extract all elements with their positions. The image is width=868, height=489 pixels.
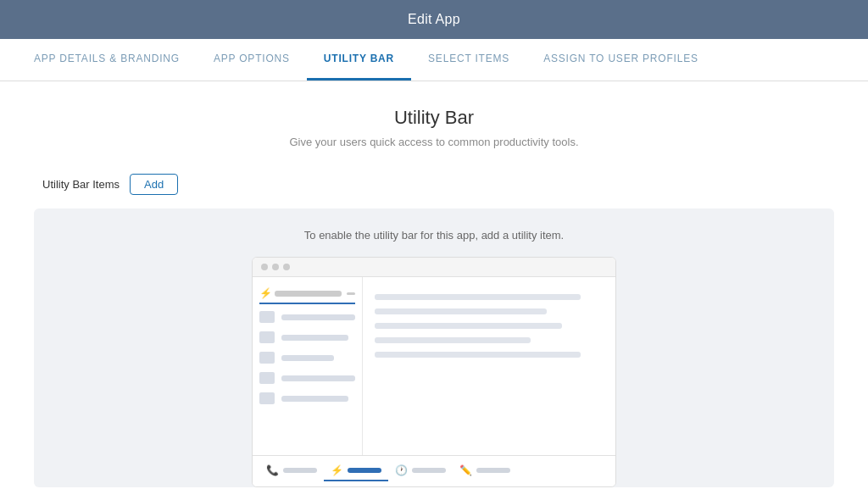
- mock-utility-item-clock: 🕐: [388, 461, 453, 481]
- mock-util-label-lightning: [348, 468, 381, 473]
- page-title: Utility Bar: [34, 107, 834, 129]
- utility-bar-items-label: Utility Bar Items: [42, 178, 120, 191]
- mock-line-2: [281, 335, 348, 341]
- mock-content-line-4: [375, 337, 531, 343]
- mock-lightning-icon: ⚡: [259, 287, 270, 299]
- mock-browser-body: ⚡: [253, 277, 615, 455]
- mock-utility-item-edit: ✏️: [453, 461, 517, 481]
- nav-tabs: APP DETAILS & BRANDING APP OPTIONS UTILI…: [0, 39, 868, 81]
- mock-list-item-4: [259, 372, 355, 384]
- mock-content: [363, 277, 615, 455]
- tab-utility-bar[interactable]: UTILITY BAR: [307, 39, 411, 81]
- lightning-icon: ⚡: [331, 464, 343, 476]
- mock-list-item-2: [259, 331, 355, 343]
- mock-content-line-3: [375, 323, 562, 329]
- tab-assign-profiles[interactable]: ASSIGN TO USER PROFILES: [526, 39, 715, 81]
- mock-content-line-1: [375, 294, 581, 300]
- tab-app-options[interactable]: APP OPTIONS: [197, 39, 307, 81]
- mock-square-2: [259, 331, 275, 343]
- mock-util-label-clock: [412, 468, 446, 473]
- main-content: Utility Bar Give your users quick access…: [0, 81, 868, 489]
- edit-icon: ✏️: [459, 464, 472, 476]
- mock-circle-1: [261, 264, 268, 270]
- mock-line-4: [281, 375, 355, 381]
- mock-content-line-5: [375, 352, 581, 358]
- mock-util-label-phone: [283, 468, 317, 473]
- edit-app-header: Edit App: [0, 0, 868, 39]
- mock-minus-bar: [347, 292, 355, 295]
- phone-icon: 📞: [266, 464, 279, 476]
- mock-utility-item-lightning: ⚡: [324, 461, 388, 481]
- mock-bar-title-bar: [275, 291, 342, 297]
- preview-box: To enable the utility bar for this app, …: [34, 208, 834, 487]
- mock-square-4: [259, 372, 275, 384]
- tab-app-details[interactable]: APP DETAILS & BRANDING: [17, 39, 197, 81]
- utility-bar-items-row: Utility Bar Items Add: [34, 174, 834, 195]
- mock-browser-titlebar: [253, 258, 615, 277]
- mock-sidebar: ⚡: [253, 277, 363, 455]
- mock-utility-item-phone: 📞: [259, 461, 324, 481]
- mock-list-item-1: [259, 311, 355, 323]
- mock-line-3: [281, 355, 334, 361]
- clock-icon: 🕐: [395, 464, 408, 476]
- mock-sidebar-header: ⚡: [259, 287, 355, 304]
- mock-line-1: [281, 314, 355, 320]
- mock-browser-window: ⚡: [252, 257, 616, 487]
- mock-circle-3: [283, 264, 290, 270]
- mock-list-item-5: [259, 392, 355, 404]
- mock-square-5: [259, 392, 275, 404]
- mock-utility-bar: 📞 ⚡ 🕐 ✏️: [253, 455, 615, 486]
- mock-square-1: [259, 311, 275, 323]
- header-title: Edit App: [408, 12, 460, 26]
- mock-content-line-2: [375, 308, 547, 314]
- mock-circle-2: [272, 264, 279, 270]
- mock-square-3: [259, 352, 275, 364]
- mock-content-lines: [375, 294, 604, 358]
- add-button[interactable]: Add: [130, 174, 178, 195]
- mock-util-label-edit: [476, 468, 510, 473]
- preview-hint: To enable the utility bar for this app, …: [51, 229, 817, 242]
- mock-line-5: [281, 396, 348, 402]
- mock-list-item-3: [259, 352, 355, 364]
- page-subtitle: Give your users quick access to common p…: [34, 136, 834, 148]
- tab-select-items[interactable]: SELECT ITEMS: [411, 39, 526, 81]
